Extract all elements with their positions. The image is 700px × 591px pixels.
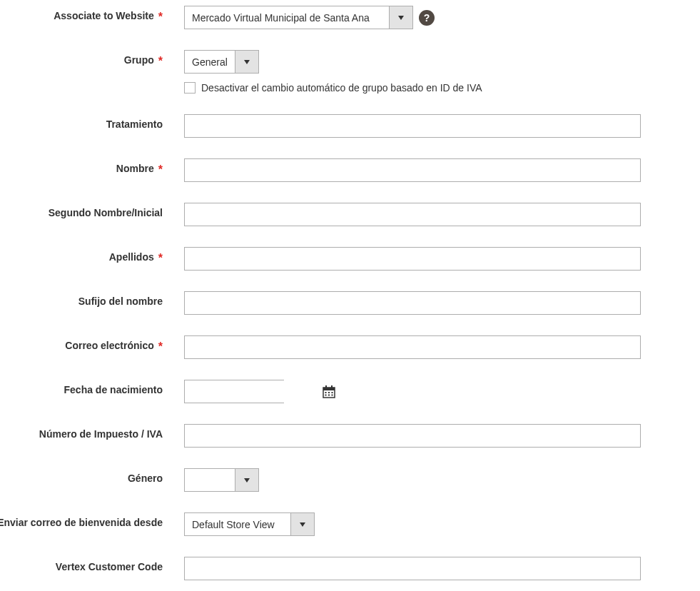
label-middlename: Segundo Nombre/Inicial — [0, 203, 184, 218]
field-suffix: Sufijo del nombre — [0, 291, 700, 315]
field-taxvat: Número de Impuesto / IVA — [0, 424, 700, 448]
website-select-value: Mercado Virtual Municipal de Santa Ana — [185, 6, 389, 29]
suffix-input[interactable] — [184, 291, 641, 315]
welcome-select[interactable]: Default Store View — [184, 512, 315, 536]
dob-input[interactable] — [185, 380, 323, 403]
label-firstname: Nombre * — [0, 158, 184, 174]
taxvat-input[interactable] — [184, 424, 641, 448]
field-prefix: Tratamiento — [0, 114, 700, 138]
welcome-select-value: Default Store View — [185, 513, 290, 535]
label-lastname: Apellidos * — [0, 247, 184, 263]
field-welcome: Enviar correo de bienvenida desde Defaul… — [0, 512, 700, 536]
label-email: Correo electrónico * — [0, 335, 184, 351]
svg-rect-4 — [325, 392, 327, 393]
svg-rect-6 — [332, 392, 333, 393]
calendar-icon[interactable] — [323, 380, 335, 403]
label-taxvat: Número de Impuesto / IVA — [0, 424, 184, 440]
label-welcome: Enviar correo de bienvenida desde — [0, 512, 184, 528]
field-firstname: Nombre * — [0, 158, 700, 182]
svg-rect-1 — [323, 388, 335, 390]
middlename-input[interactable] — [184, 203, 641, 226]
field-email: Correo electrónico * — [0, 335, 700, 359]
lastname-input[interactable] — [184, 247, 641, 271]
disable-auto-group-checkbox[interactable] — [184, 82, 196, 94]
group-select[interactable]: General — [184, 50, 259, 74]
label-gender: Género — [0, 468, 184, 484]
svg-rect-2 — [325, 385, 327, 388]
chevron-down-icon[interactable] — [235, 469, 258, 491]
label-group: Grupo * — [0, 50, 184, 66]
firstname-input[interactable] — [184, 158, 641, 182]
chevron-down-icon[interactable] — [290, 513, 314, 535]
website-select[interactable]: Mercado Virtual Municipal de Santa Ana — [184, 6, 413, 29]
field-vertex: Vertex Customer Code — [0, 557, 700, 580]
chevron-down-icon[interactable] — [389, 6, 412, 29]
field-lastname: Apellidos * — [0, 247, 700, 271]
field-middlename: Segundo Nombre/Inicial — [0, 203, 700, 226]
gender-select-value — [185, 469, 235, 491]
label-prefix: Tratamiento — [0, 114, 184, 130]
field-website: Associate to Website * Mercado Virtual M… — [0, 6, 700, 29]
field-dob: Fecha de nacimiento — [0, 380, 700, 403]
svg-rect-3 — [331, 385, 333, 388]
vertex-input[interactable] — [184, 557, 641, 580]
label-suffix: Sufijo del nombre — [0, 291, 184, 307]
label-website: Associate to Website * — [0, 6, 184, 21]
disable-auto-group-label: Desactivar el cambio automático de grupo… — [201, 82, 482, 94]
group-select-value: General — [185, 51, 235, 73]
chevron-down-icon[interactable] — [235, 51, 258, 73]
svg-rect-7 — [325, 394, 327, 395]
svg-rect-8 — [328, 394, 330, 395]
field-group: Grupo * General — [0, 50, 700, 74]
svg-rect-5 — [328, 392, 330, 393]
customer-form: Associate to Website * Mercado Virtual M… — [0, 6, 700, 580]
label-dob: Fecha de nacimiento — [0, 380, 184, 395]
help-icon[interactable]: ? — [419, 10, 435, 26]
prefix-input[interactable] — [184, 114, 641, 138]
disable-auto-group-row: Desactivar el cambio automático de grupo… — [184, 82, 700, 94]
svg-rect-9 — [332, 394, 333, 395]
label-vertex: Vertex Customer Code — [0, 557, 184, 572]
gender-select[interactable] — [184, 468, 259, 492]
email-input[interactable] — [184, 335, 641, 359]
dob-input-wrapper — [184, 380, 284, 403]
field-gender: Género — [0, 468, 700, 492]
